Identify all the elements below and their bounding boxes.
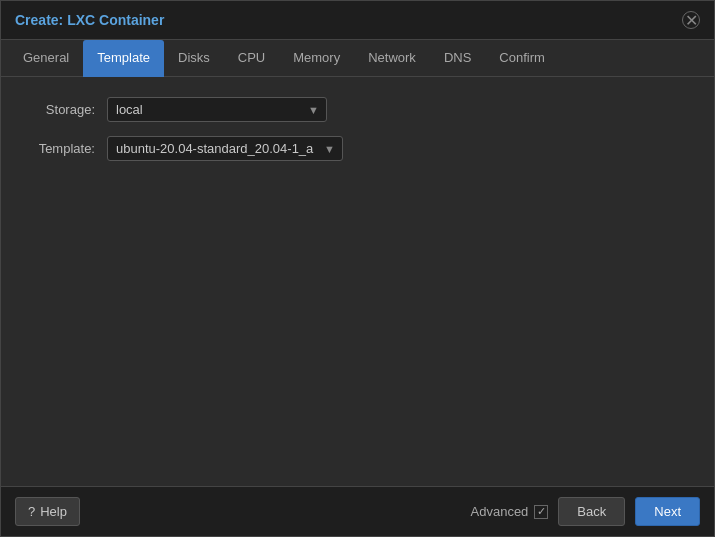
- template-row: Template: ubuntu-20.04-standard_20.04-1_…: [17, 136, 698, 161]
- close-button[interactable]: ✕: [682, 11, 700, 29]
- tab-general[interactable]: General: [9, 40, 83, 77]
- storage-label: Storage:: [17, 102, 107, 117]
- dialog-footer: ? Help Advanced ✓ Back Next: [1, 486, 714, 536]
- dialog-header: Create: LXC Container ✕: [1, 1, 714, 40]
- help-button[interactable]: ? Help: [15, 497, 80, 526]
- template-label: Template:: [17, 141, 107, 156]
- dialog-title: Create: LXC Container: [15, 12, 164, 28]
- next-button[interactable]: Next: [635, 497, 700, 526]
- tab-confirm[interactable]: Confirm: [485, 40, 559, 77]
- main-content: Storage: local ▼ Template: ubuntu-20.04-…: [1, 77, 714, 486]
- advanced-label[interactable]: Advanced ✓: [471, 504, 549, 519]
- create-lxc-dialog: Create: LXC Container ✕ General Template…: [0, 0, 715, 537]
- tab-disks[interactable]: Disks: [164, 40, 224, 77]
- advanced-checkbox[interactable]: ✓: [534, 505, 548, 519]
- back-button[interactable]: Back: [558, 497, 625, 526]
- help-label: Help: [40, 504, 67, 519]
- help-icon: ?: [28, 504, 35, 519]
- advanced-text: Advanced: [471, 504, 529, 519]
- tab-bar: General Template Disks CPU Memory Networ…: [1, 40, 714, 77]
- footer-right: Advanced ✓ Back Next: [471, 497, 700, 526]
- tab-dns[interactable]: DNS: [430, 40, 485, 77]
- tab-memory[interactable]: Memory: [279, 40, 354, 77]
- storage-control: local ▼: [107, 97, 327, 122]
- tab-template[interactable]: Template: [83, 40, 164, 77]
- storage-select[interactable]: local: [107, 97, 327, 122]
- template-select[interactable]: ubuntu-20.04-standard_20.04-1_a: [107, 136, 343, 161]
- tab-cpu[interactable]: CPU: [224, 40, 279, 77]
- storage-row: Storage: local ▼: [17, 97, 698, 122]
- footer-left: ? Help: [15, 497, 80, 526]
- tab-network[interactable]: Network: [354, 40, 430, 77]
- template-control: ubuntu-20.04-standard_20.04-1_a ▼: [107, 136, 343, 161]
